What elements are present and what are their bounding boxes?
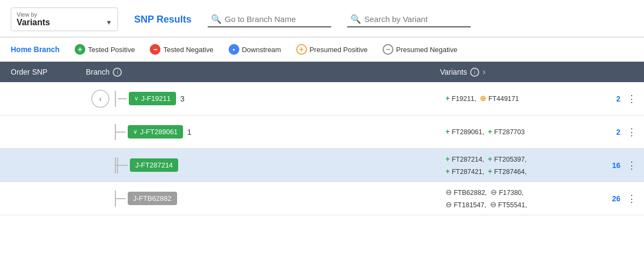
branch-pill-3[interactable]: J-FT287214 [130,158,178,172]
more-options-3[interactable]: ⋮ [625,159,639,171]
variant-plus-icon-3b: + [488,155,492,163]
table-body: ‹ ∨ J-F19211 3 + F19211, ⊕ FT449171 2 [0,82,644,215]
variant-plus-icon-2: + [445,127,450,136]
cell-variants-4: ⊖ FTB62882, ⊖ F17380, ⊖ FT181547, ⊖ FT55… [440,182,644,215]
col-header-order-snp: Order SNP [0,68,86,76]
view-by-dropdown[interactable]: View by Variants ▼ [11,8,118,31]
col-header-branch: Branch i [86,68,440,77]
more-options-4[interactable]: ⋮ [625,193,639,205]
branch-pill-4[interactable]: J-FTB62882 [128,192,177,205]
variant-plus-icon-3d: + [488,167,492,176]
branch-pill-1[interactable]: ∨ J-F19211 [129,92,176,105]
cell-order-2 [0,115,86,148]
snp-results-label: SNP Results [134,14,192,25]
variant-count-2: 2 [609,128,620,136]
legend-presumed-positive: + Presumed Positive [296,44,368,55]
variants-text-2: + FT289061, + FT287703 [445,126,604,137]
legend-tested-negative: − Tested Negative [150,44,213,55]
variant-minus-icon-4a: ⊖ [445,188,452,197]
cell-variants-3: + FT287214, + FT205397, + FT287421, + FT… [440,149,644,181]
branch-name-2: J-FT289061 [140,128,178,136]
goto-branch-input[interactable] [225,14,328,24]
cell-variants-2: + FT289061, + FT287703 2 ⋮ [440,115,644,148]
branch-count-2: 1 [187,128,192,136]
variants-text-3: + FT287214, + FT205397, + FT287421, + FT… [445,153,604,177]
variants-text-1: + F19211, ⊕ FT449171 [445,92,604,104]
presumed-negative-icon: − [383,44,393,55]
table-row: ‹ ∨ J-F19211 3 + F19211, ⊕ FT449171 2 [0,82,644,115]
variant-minus-icon-4d: ⊖ [490,200,496,209]
more-options-1[interactable]: ⋮ [625,93,639,105]
downstream-icon: ● [229,44,239,55]
variant-plus-icon-3a: + [445,155,450,163]
cell-branch-4: J-FTB62882 [86,182,440,215]
branch-name-4: J-FTB62882 [133,194,172,202]
variants-text-4: ⊖ FTB62882, ⊖ F17380, ⊖ FT181547, ⊖ FT55… [445,186,604,210]
branch-pill-2[interactable]: ∨ J-FT289061 [128,125,183,139]
nav-circle[interactable]: ‹ [91,90,109,108]
legend-downstream: ● Downstream [229,44,281,55]
view-by-value: Variants ▼ [17,18,112,27]
top-bar: View by Variants ▼ SNP Results 🔍 🔍 [0,0,644,38]
variant-count-1: 2 [609,94,620,103]
search-variant-input[interactable] [364,14,467,24]
variant-plus-icon-2b: + [488,127,492,136]
legend-presumed-negative: − Presumed Negative [383,44,457,55]
table-header: Order SNP Branch i Variants i › [0,62,644,82]
variant-plus-orange-icon: ⊕ [480,94,486,103]
search-variant-icon: 🔍 [350,14,361,24]
cell-order-4 [0,182,86,215]
variant-plus-icon-3c: + [445,167,450,176]
variant-count-3: 16 [609,161,620,170]
variants-expand-icon[interactable]: › [482,67,485,77]
tested-negative-icon: − [150,44,160,55]
variant-minus-icon-4b: ⊖ [491,188,497,197]
variant-plus-icon: + [445,94,450,103]
cell-branch-1: ‹ ∨ J-F19211 3 [86,82,440,115]
branch-collapse-icon-2: ∨ [133,128,137,135]
branch-info-icon[interactable]: i [113,68,122,77]
goto-branch-field[interactable]: 🔍 [208,12,331,27]
table-row: ∨ J-FT289061 1 + FT289061, + FT287703 2 … [0,115,644,149]
cell-order-3 [0,149,86,181]
presumed-positive-icon: + [296,44,307,55]
chevron-down-icon: ▼ [106,19,112,26]
branch-collapse-icon: ∨ [134,95,138,102]
search-icon: 🔍 [211,14,222,24]
branch-name-1: J-F19211 [141,94,171,103]
table-row: J-FTB62882 ⊖ FTB62882, ⊖ F17380, ⊖ FT181… [0,182,644,215]
cell-branch-2: ∨ J-FT289061 1 [86,115,440,148]
view-by-label: View by [17,11,112,18]
branch-count-1: 3 [180,94,185,103]
search-variant-field[interactable]: 🔍 [347,12,471,27]
table-row: J-FT287214 + FT287214, + FT205397, + FT2… [0,149,644,182]
more-options-2[interactable]: ⋮ [625,126,639,138]
col-header-variants: Variants i › [440,67,644,77]
cell-order-1 [0,82,86,115]
variants-info-icon[interactable]: i [470,68,479,77]
variant-minus-icon-4c: ⊖ [445,200,452,209]
branch-name-3: J-FT287214 [135,161,173,169]
legend-row: Home Branch + Tested Positive − Tested N… [0,38,644,62]
cell-branch-3: J-FT287214 [86,149,440,181]
legend-tested-positive: + Tested Positive [75,44,135,55]
variant-count-4: 26 [609,194,620,203]
cell-variants-1: + F19211, ⊕ FT449171 2 ⋮ [440,82,644,115]
tested-positive-icon: + [75,44,85,55]
legend-home-branch: Home Branch [11,45,60,54]
